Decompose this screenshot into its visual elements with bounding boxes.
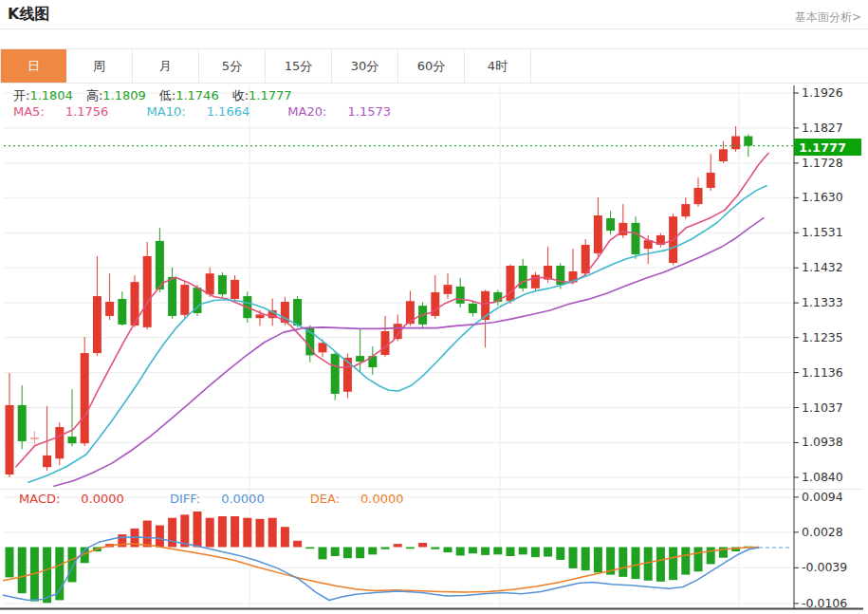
- macd-bar: [6, 548, 14, 578]
- candle: [719, 149, 728, 161]
- ma-legend: MA5: 1.1756 MA10: 1.1664 MA20: 1.1573: [13, 104, 425, 119]
- macd-bar: [218, 516, 227, 547]
- macd-bar: [305, 548, 314, 549]
- macd-bar: [55, 548, 64, 601]
- macd-bar: [243, 518, 251, 548]
- macd-bar: [180, 514, 189, 547]
- macd-bar: [694, 548, 703, 572]
- candle: [118, 299, 126, 325]
- open-label: 开:: [13, 88, 29, 102]
- candle: [356, 356, 364, 362]
- macd-bar: [507, 548, 515, 557]
- candle: [331, 354, 340, 394]
- candle: [531, 275, 540, 288]
- candle: [18, 405, 27, 441]
- y-axis-label: 1.1531: [802, 225, 843, 239]
- macd-bar: [632, 548, 640, 580]
- macd-bar: [406, 548, 415, 549]
- y-axis-label: 0.0094: [802, 490, 843, 504]
- macd-bar: [356, 548, 364, 559]
- y-axis-label: 1.0840: [802, 470, 843, 484]
- candle: [594, 215, 602, 253]
- macd-bar: [556, 548, 564, 560]
- macd-bar: [381, 548, 390, 549]
- macd-bar: [206, 518, 214, 548]
- macd-bar: [619, 548, 627, 577]
- y-axis-label: 1.1630: [802, 190, 843, 204]
- low-value: 1.1746: [175, 88, 219, 102]
- candle: [55, 427, 64, 458]
- macd-bar: [319, 548, 327, 560]
- macd-bar: [469, 548, 477, 554]
- macd-bar: [569, 548, 578, 568]
- macd-bar: [519, 548, 527, 555]
- low-label: 低:: [159, 88, 175, 102]
- y-axis-label: 1.0938: [802, 435, 843, 449]
- macd-bar: [231, 516, 239, 547]
- macd-bar: [268, 518, 277, 548]
- candle: [231, 280, 239, 299]
- macd-bar: [456, 548, 465, 556]
- macd-readout: MACD:0.0000: [19, 492, 145, 506]
- kline-widget: K线图 基本面分析> 日周月5分15分30分60分4时 1.19261.1827…: [0, 0, 868, 614]
- ma10-readout: MA10: 1.1664: [147, 104, 268, 119]
- y-axis-label: 1.1827: [802, 121, 843, 135]
- macd-bar: [43, 548, 51, 604]
- macd-bar: [394, 544, 402, 547]
- close-value: 1.1777: [249, 88, 292, 102]
- y-axis-label: 1.1432: [802, 260, 843, 274]
- candle: [105, 302, 114, 316]
- macd-bar: [418, 543, 427, 547]
- ohlc-legend: 开:1.1804高:1.1809低:1.1746收:1.1777: [13, 87, 305, 104]
- macd-bar: [707, 548, 715, 565]
- price-badge-label: 1.1777: [799, 140, 846, 155]
- candle: [68, 437, 77, 443]
- y-axis-label: 1.1333: [802, 295, 843, 309]
- y-axis-label: 1.1926: [802, 85, 843, 100]
- candle: [180, 285, 189, 315]
- y-axis-label: 1.1728: [802, 156, 843, 170]
- macd-bar: [343, 548, 352, 559]
- macd-bar: [293, 541, 302, 548]
- candle: [143, 256, 152, 327]
- candle: [30, 437, 39, 439]
- candle: [6, 405, 14, 474]
- macd-bar: [594, 548, 602, 573]
- macd-bar: [331, 548, 340, 557]
- candle: [707, 173, 715, 188]
- macd-bar: [544, 548, 552, 557]
- candle: [43, 456, 51, 467]
- candle: [681, 204, 690, 216]
- candle: [206, 273, 214, 294]
- candle: [293, 299, 302, 326]
- high-label: 高:: [86, 88, 102, 102]
- macd-bar: [681, 548, 690, 575]
- macd-bar: [656, 548, 665, 582]
- close-label: 收:: [232, 88, 249, 102]
- y-axis-label: -0.0039: [802, 560, 847, 574]
- candle: [694, 188, 703, 204]
- candle: [81, 353, 89, 443]
- candle: [456, 287, 465, 304]
- candle: [731, 136, 740, 149]
- candle: [218, 275, 227, 294]
- macd-bar: [256, 519, 265, 548]
- macd-bar: [168, 518, 176, 548]
- open-value: 1.1804: [29, 88, 73, 102]
- macd-bar: [281, 527, 289, 547]
- candle: [93, 296, 102, 353]
- candle: [444, 285, 452, 294]
- macd-bar: [431, 548, 439, 549]
- diff-readout: DIFF:0.0000: [170, 492, 286, 506]
- macd-legend: MACD:0.0000 DIFF:0.0000 DEA:0.0000: [19, 492, 446, 506]
- macd-bar: [68, 548, 77, 583]
- macd-bar: [444, 548, 452, 553]
- ma20-readout: MA20: 1.1573: [287, 104, 408, 119]
- macd-bar: [156, 526, 164, 548]
- candle: [632, 223, 640, 254]
- candle: [469, 304, 477, 313]
- macd-bar: [669, 548, 677, 581]
- y-axis-label: 0.0028: [802, 525, 843, 539]
- candle: [519, 266, 527, 288]
- candle: [606, 218, 615, 231]
